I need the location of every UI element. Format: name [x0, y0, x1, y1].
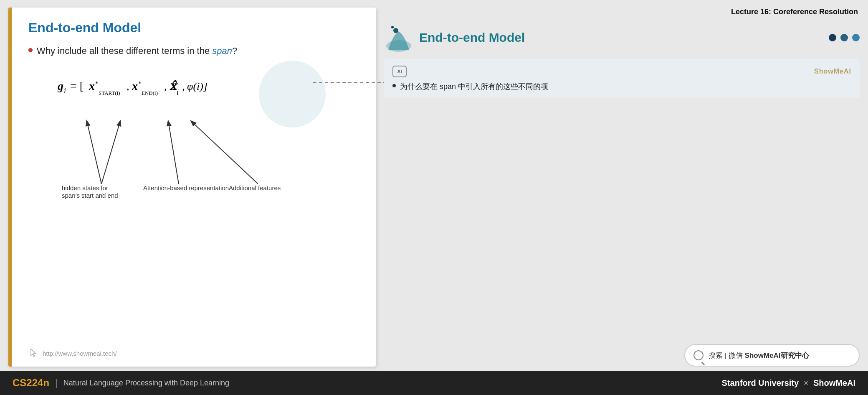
dot-indicators: [829, 34, 860, 41]
showmeai-label: ShowMeAI: [814, 68, 851, 75]
translation-card: AI ShowMeAI 为什么要在 span 中引入所有的这些不同的项: [384, 59, 860, 98]
svg-point-34: [391, 26, 394, 28]
dot-2: [840, 34, 848, 41]
svg-text:*: *: [95, 81, 98, 87]
svg-text:,: ,: [127, 80, 129, 92]
svg-text:span's start and end: span's start and end: [62, 192, 118, 199]
svg-text:g: g: [58, 79, 63, 92]
translation-bullet-dot: [392, 84, 396, 87]
x-separator: ×: [804, 378, 809, 387]
stanford-text: Stanford University: [722, 378, 799, 387]
svg-text:,: ,: [182, 80, 185, 92]
bottom-bar: CS224n | Natural Language Processing wit…: [0, 371, 868, 395]
card-header: AI ShowMeAI: [392, 66, 851, 77]
right-model-title: End-to-end Model: [419, 31, 525, 45]
translation-bullet: 为什么要在 span 中引入所有的这些不同的项: [392, 82, 851, 92]
bottom-course: CS224n: [13, 377, 49, 389]
svg-text:Attention-based representation: Attention-based representation: [143, 184, 229, 191]
bottom-separator: |: [55, 377, 58, 388]
bullet-dot: [28, 48, 33, 52]
svg-text:x: x: [132, 79, 138, 92]
dot-3: [852, 34, 860, 41]
slide-bullet: Why include all these different terms in…: [28, 46, 359, 56]
ai-icon-box: AI: [392, 66, 407, 77]
svg-line-15: [87, 121, 101, 184]
slide-panel: End-to-end Model Why include all these d…: [8, 8, 376, 367]
right-panel: Lecture 16: Coreference Resolution End-t…: [384, 8, 860, 367]
svg-text:,: ,: [164, 80, 167, 92]
bottom-description: Natural Language Processing with Deep Le…: [63, 379, 229, 387]
svg-text:Additional features: Additional features: [229, 184, 281, 191]
svg-text:φ(i)]: φ(i)]: [187, 80, 208, 92]
search-bar[interactable]: 搜索 | 微信 ShowMeAI研究中心: [684, 344, 860, 367]
slide-title: End-to-end Model: [28, 20, 359, 36]
svg-line-16: [101, 121, 120, 184]
right-spacer: [384, 105, 860, 337]
ai-icon-label: AI: [397, 69, 402, 74]
svg-text:hidden states for: hidden states for: [62, 184, 108, 191]
span-highlight: span: [212, 46, 232, 56]
formula-container: g i = [ x * START(i) , x * END(i) , x̂ i: [37, 69, 359, 211]
svg-line-18: [191, 121, 258, 184]
cursor-icon: [28, 348, 38, 358]
arrows-svg: hidden states for span's start and end A…: [37, 92, 354, 201]
slide-footer: http://www.showmeai.tech/: [28, 348, 359, 358]
svg-text:= [: = [: [70, 79, 84, 92]
bottom-right: Stanford University × ShowMeAI: [722, 378, 855, 388]
dot-1: [829, 34, 836, 41]
search-text: 搜索 | 微信 ShowMeAI研究中心: [709, 351, 809, 360]
main-content: End-to-end Model Why include all these d…: [0, 0, 868, 371]
footer-url[interactable]: http://www.showmeai.tech/: [43, 350, 117, 357]
translation-text: 为什么要在 span 中引入所有的这些不同的项: [400, 82, 548, 92]
svg-point-33: [393, 28, 398, 33]
model-title-box: End-to-end Model: [384, 23, 860, 52]
svg-text:*: *: [138, 81, 141, 87]
lecture-title: Lecture 16: Coreference Resolution: [384, 8, 860, 16]
bullet-text: Why include all these different terms in…: [37, 46, 237, 56]
svg-line-17: [168, 121, 179, 184]
search-icon: [693, 350, 704, 360]
model-icon-svg: [384, 23, 413, 52]
showmeai-text: ShowMeAI: [813, 378, 855, 387]
svg-text:x: x: [89, 79, 95, 92]
